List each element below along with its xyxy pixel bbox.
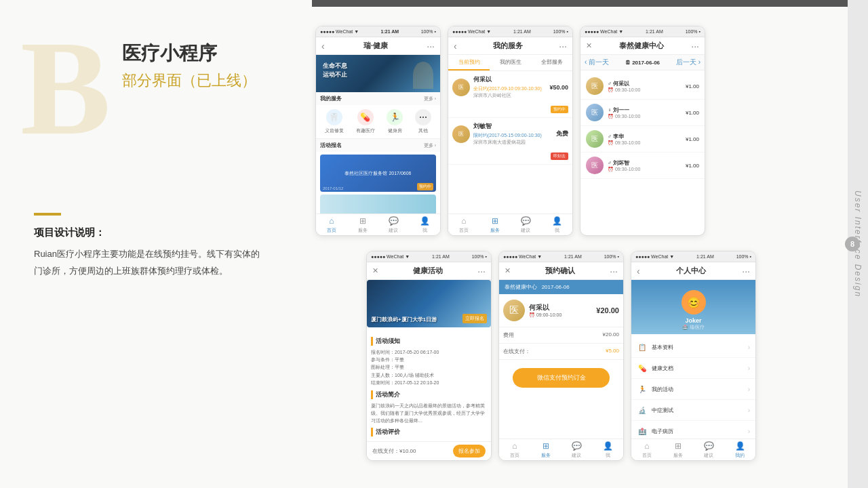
tab-me-2[interactable]: 👤 我	[541, 214, 572, 235]
signup-btn[interactable]: 报名参加	[453, 445, 486, 458]
tab-home-5[interactable]: ⌂ 首页	[499, 439, 530, 460]
close-icon-3[interactable]: ✕	[586, 41, 592, 50]
booking-avatar: 医	[503, 300, 525, 321]
service-item-2[interactable]: 💊 有趣医疗	[356, 109, 375, 134]
more-icon-3[interactable]: ···	[691, 41, 699, 52]
page-number: 8	[845, 237, 860, 251]
left-panel: 医疗小程序 部分界面（已上线） 项目设计说明： Ruian医疗小程序主要功能是在…	[34, 34, 264, 279]
phone-booking-confirm: ●●●●● WeChat ▼ 1:21 AM 100% ▪ ✕ 预约确认 ···…	[498, 251, 624, 461]
activity-card-1[interactable]: 泰然社区医疗服务馆 2017/0606 预约中 2017-01/12	[320, 155, 436, 192]
service-icon-2: 💊	[357, 109, 374, 125]
next-day-btn[interactable]: 后一天 ›	[676, 58, 701, 67]
avatar-1: 医	[586, 77, 604, 95]
top-bar	[312, 0, 848, 7]
tab-home-6[interactable]: ⌂ 首页	[631, 439, 663, 460]
services-section-header: 我的服务 更多 ›	[316, 92, 440, 105]
tab-current-appt[interactable]: 当前预约	[448, 55, 490, 70]
doctor-avatar-1: 医	[452, 79, 470, 96]
phone-title-6: 个人中心	[676, 266, 706, 276]
phone-title-3: 泰然健康中心	[619, 41, 664, 51]
personal-menu-list: 📋 基本资料 › 💊 健康文档 › 🏃 我的活动 › 🔬 中症测试 › 🏥	[631, 334, 755, 445]
phone-title-2: 我的服务	[493, 41, 523, 51]
appt-item-2: 医 刘敏智 限时约(2017-05-15 09:00-10:30) 深圳市床南大…	[448, 118, 572, 165]
doctor-item-4: 医 ♂ 刘坏智 ⏰ 09:30-10:00 ¥1.00	[580, 152, 705, 179]
avatar-3: 医	[586, 130, 604, 148]
doctor-item-3: 医 ♂ 李华 ⏰ 09:30-10:00 ¥1.00	[580, 126, 705, 152]
activity-review-title: 活动评价	[371, 428, 487, 436]
tab-service-6[interactable]: ⊞ 服务	[663, 439, 694, 460]
phone-header-2: ‹ 我的服务 ···	[448, 37, 572, 55]
tab-service-5[interactable]: ⊞ 服务	[530, 439, 561, 460]
tab-service-1[interactable]: ⊞ 服务	[347, 214, 378, 235]
menu-profile[interactable]: 📋 基本资料 ›	[631, 337, 755, 358]
menu-symptom-test[interactable]: 🔬 中症测试 ›	[631, 400, 755, 421]
menu-health-doc[interactable]: 💊 健康文档 ›	[631, 358, 755, 379]
prev-day-btn[interactable]: ‹ 前一天	[585, 58, 609, 67]
tab-me-5[interactable]: 👤 我	[592, 439, 623, 460]
doctor-avatar-2: 医	[452, 125, 470, 143]
tab-bar-6: ⌂ 首页 ⊞ 服务 💬 建议 👤 我的	[631, 439, 755, 460]
tab-suggest-6[interactable]: 💬 建议	[694, 439, 725, 460]
service-icon-4: ⋯	[415, 109, 431, 125]
service-item-4[interactable]: ⋯ 其他	[415, 109, 431, 134]
more-icon-6[interactable]: ···	[742, 266, 750, 277]
tab-me-1[interactable]: 👤 我	[409, 214, 440, 235]
tab-suggest-5[interactable]: 💬 建议	[561, 439, 593, 460]
tab-bar-1: ⌂ 首页 ⊞ 服务 💬 建议 👤 我	[316, 214, 440, 235]
page-subtitle: 部分界面（已上线）	[122, 70, 264, 91]
service-icon-3: 🏃	[387, 109, 403, 125]
booking-fee-detail: 费用 ¥20.00	[499, 327, 623, 344]
activity-intro-title: 活动简介	[371, 390, 487, 399]
menu-my-activity[interactable]: 🏃 我的活动 ›	[631, 379, 755, 400]
tab-me-6[interactable]: 👤 我的	[724, 439, 755, 460]
phone-header-4: ✕ 健康活动 ···	[367, 262, 491, 280]
tab-suggest-2[interactable]: 💬 建议	[511, 214, 542, 235]
page-title: 医疗小程序	[122, 41, 264, 66]
status-bar-2: ●●●●● WeChat ▼ 1:21 AM 100% ▪	[448, 26, 572, 37]
tab-bar-5: ⌂ 首页 ⊞ 服务 💬 建议 👤 我	[499, 439, 623, 460]
more-icon-2[interactable]: ···	[559, 41, 567, 52]
status-bar-1: ●●●●● WeChat ▼ 1:21 AM 100% ▪	[316, 26, 440, 37]
more-icon-5[interactable]: ···	[610, 266, 618, 277]
divider	[34, 213, 61, 216]
avatar-2: 医	[586, 104, 604, 121]
activity-image-4: 厦门鼓浪屿+厦门大学1日游 立即报名	[367, 280, 491, 327]
back-icon-6[interactable]: ‹	[637, 266, 640, 277]
booking-coupon: 在线支付： ¥5.00	[499, 344, 623, 360]
phone-tairan-clinic: ●●●●● WeChat ▼ 1:21 AM 100% ▪ ✕ 泰然健康中心 ·…	[580, 26, 705, 236]
pay-btn[interactable]: 微信支付预约订金	[513, 368, 610, 388]
tab-home-2[interactable]: ⌂ 首页	[448, 214, 479, 235]
hero-banner-1: 生命不息运动不止	[316, 55, 440, 92]
back-icon[interactable]: ‹	[321, 41, 325, 52]
close-icon-4[interactable]: ✕	[372, 266, 378, 275]
status-bar-6: ●●●●● WeChat ▼ 1:21 AM 100% ▪	[631, 251, 755, 262]
tab-my-doctor[interactable]: 我的医生	[490, 55, 531, 70]
appointment-tabs: 当前预约 我的医生 全部服务	[448, 55, 572, 71]
phone-my-service: ●●●●● WeChat ▼ 1:21 AM 100% ▪ ‹ 我的服务 ···…	[448, 26, 573, 236]
service-item-1[interactable]: 🦷 义齿修复	[325, 109, 344, 134]
avatar-4: 医	[586, 157, 604, 174]
project-title-label: 项目设计说明：	[34, 226, 264, 239]
user-avatar: 😊	[682, 290, 706, 314]
service-grid: 🦷 义齿修复 💊 有趣医疗 🏃 健身房 ⋯ 其他	[316, 105, 440, 139]
more-icon-4[interactable]: ···	[477, 266, 486, 277]
tab-service-2[interactable]: ⊞ 服务	[479, 214, 511, 235]
activity-section-header: 活动报名 更多 ›	[316, 139, 440, 152]
more-icon-1[interactable]: ···	[427, 41, 435, 52]
close-icon-5[interactable]: ✕	[505, 266, 511, 275]
phone-title-4: 健康活动	[413, 266, 443, 276]
phones-container: ●●●●● WeChat ▼ 1:21 AM 100% ▪ ‹ 瑞·健康 ···…	[312, 7, 848, 488]
tab-home-1[interactable]: ⌂ 首页	[316, 214, 347, 235]
appt-badge-2: 即刻去	[551, 152, 568, 160]
back-icon-2[interactable]: ‹	[454, 41, 457, 52]
appt-item-1: 医 何采以 全日约(2017-09-10 09:30-10:30) 深圳市八卦岭…	[448, 71, 572, 118]
tab-suggest-1[interactable]: 💬 建议	[378, 214, 410, 235]
booking-doctor-info: 医 何采以 ⏰ 09:00-10:00 ¥20.00	[499, 294, 623, 327]
doctor-item-1: 医 ♂ 何采以 ⏰ 09:30-10:00 ¥1.00	[580, 73, 705, 100]
service-item-3[interactable]: 🏃 健身房	[387, 109, 403, 134]
appt-badge-1: 预约中	[551, 106, 568, 113]
phone-header-3: ✕ 泰然健康中心 ···	[580, 37, 705, 55]
tab-all-service[interactable]: 全部服务	[531, 55, 572, 70]
date-navigator: ‹ 前一天 🗓 2017-06-06 后一天 ›	[580, 55, 705, 70]
doctor-list: 医 ♂ 何采以 ⏰ 09:30-10:00 ¥1.00 医 ♀ 刘一一 ⏰ 09…	[580, 70, 705, 182]
